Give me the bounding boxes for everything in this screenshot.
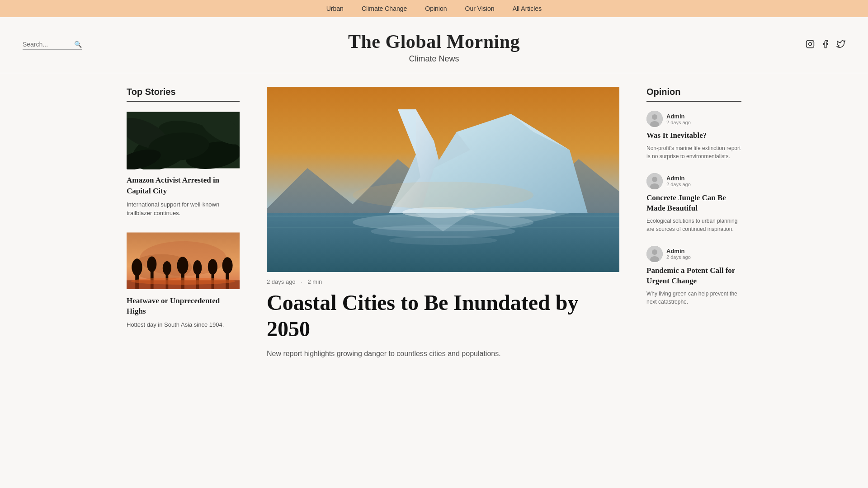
- story-desc-heatwave: Hottest day in South Asia since 1904.: [127, 320, 240, 329]
- article-read: 2 min: [307, 278, 322, 285]
- story-card-heatwave[interactable]: Heatwave or Unprecedented Highs Hottest …: [127, 231, 240, 329]
- nav-climate-change[interactable]: Climate Change: [362, 5, 407, 12]
- author-meta-1: Admin 2 days ago: [666, 175, 691, 187]
- svg-point-37: [389, 236, 497, 245]
- svg-point-14: [132, 258, 142, 276]
- opinion-author-row-0: Admin 2 days ago: [646, 111, 741, 127]
- nav-urban[interactable]: Urban: [326, 5, 344, 12]
- nav-our-vision[interactable]: Our Vision: [465, 5, 495, 12]
- svg-point-16: [147, 256, 156, 272]
- story-image-amazon: [127, 111, 240, 169]
- opinion-card-0[interactable]: Admin 2 days ago Was It Inevitable? Non-…: [646, 111, 741, 160]
- svg-rect-0: [807, 40, 814, 48]
- opinion-desc-0: Non-profit's marine life extinction repo…: [646, 144, 741, 160]
- article-dot: ·: [301, 278, 302, 285]
- svg-point-46: [353, 182, 533, 209]
- author-time-1: 2 days ago: [666, 182, 691, 187]
- svg-point-26: [222, 257, 233, 274]
- author-name-2: Admin: [666, 248, 691, 254]
- opinion-author-row-2: Admin 2 days ago: [646, 246, 741, 262]
- top-navigation: Urban Climate Change Opinion Our Vision …: [0, 0, 868, 17]
- svg-point-22: [193, 260, 202, 275]
- svg-point-24: [208, 259, 217, 275]
- nav-opinion[interactable]: Opinion: [425, 5, 447, 12]
- search-area: 🔍: [23, 41, 82, 50]
- nav-all-articles[interactable]: All Articles: [513, 5, 542, 12]
- svg-point-18: [163, 261, 171, 275]
- main-layout: Top Stories Amazon Activist Arrested in …: [118, 73, 750, 373]
- hero-image: [267, 87, 619, 272]
- opinion-heading: Opinion: [646, 87, 741, 102]
- opinion-desc-2: Why living green can help prevent the ne…: [646, 290, 741, 306]
- search-icon[interactable]: 🔍: [74, 41, 82, 48]
- author-meta-0: Admin 2 days ago: [666, 113, 691, 125]
- author-avatar-1: [646, 173, 663, 189]
- opinion-title-2: Pandemic a Potent Call for Urgent Change: [646, 266, 741, 286]
- main-article-desc: New report highlights growing danger to …: [267, 348, 619, 360]
- story-title-amazon: Amazon Activist Arrested in Capital City: [127, 175, 240, 197]
- left-sidebar: Top Stories Amazon Activist Arrested in …: [127, 87, 253, 360]
- author-time-2: 2 days ago: [666, 254, 691, 260]
- opinion-title-1: Concrete Jungle Can Be Made Beautiful: [646, 193, 741, 214]
- author-avatar-0: [646, 111, 663, 127]
- site-subtitle: Climate News: [18, 54, 850, 64]
- social-icons-group: [806, 39, 845, 51]
- author-avatar-2: [646, 246, 663, 262]
- author-meta-2: Admin 2 days ago: [666, 248, 691, 260]
- facebook-icon[interactable]: [821, 39, 830, 51]
- opinion-card-2[interactable]: Admin 2 days ago Pandemic a Potent Call …: [646, 246, 741, 306]
- article-time: 2 days ago: [267, 278, 296, 285]
- site-header: 🔍 The Global Morning Climate News: [0, 17, 868, 73]
- story-card-amazon[interactable]: Amazon Activist Arrested in Capital City…: [127, 111, 240, 218]
- svg-point-28: [131, 277, 236, 284]
- opinion-author-row-1: Admin 2 days ago: [646, 173, 741, 189]
- svg-point-50: [652, 114, 657, 120]
- search-input[interactable]: [23, 41, 72, 48]
- author-time-0: 2 days ago: [666, 120, 691, 125]
- story-title-heatwave: Heatwave or Unprecedented Highs: [127, 296, 240, 317]
- author-name-1: Admin: [666, 175, 691, 182]
- opinion-title-0: Was It Inevitable?: [646, 131, 741, 141]
- top-stories-heading: Top Stories: [127, 87, 240, 102]
- twitter-icon[interactable]: [836, 39, 845, 51]
- opinion-desc-1: Ecological solutions to urban planning a…: [646, 217, 741, 233]
- article-meta: 2 days ago · 2 min: [267, 278, 619, 285]
- svg-point-53: [652, 177, 657, 182]
- story-desc-amazon: International support for well-known tra…: [127, 200, 240, 218]
- instagram-icon[interactable]: [806, 39, 815, 51]
- story-image-heatwave: [127, 231, 240, 290]
- site-title: The Global Morning: [18, 31, 850, 52]
- right-sidebar: Opinion Admin 2 days ago Was It Inevitab…: [633, 87, 741, 360]
- opinion-card-1[interactable]: Admin 2 days ago Concrete Jungle Can Be …: [646, 173, 741, 233]
- svg-point-56: [652, 249, 657, 255]
- svg-point-20: [177, 257, 189, 274]
- main-article-title: Coastal Cities to Be Inundated by 2050: [267, 290, 619, 342]
- author-name-0: Admin: [666, 113, 691, 120]
- main-content: 2 days ago · 2 min Coastal Cities to Be …: [253, 87, 633, 360]
